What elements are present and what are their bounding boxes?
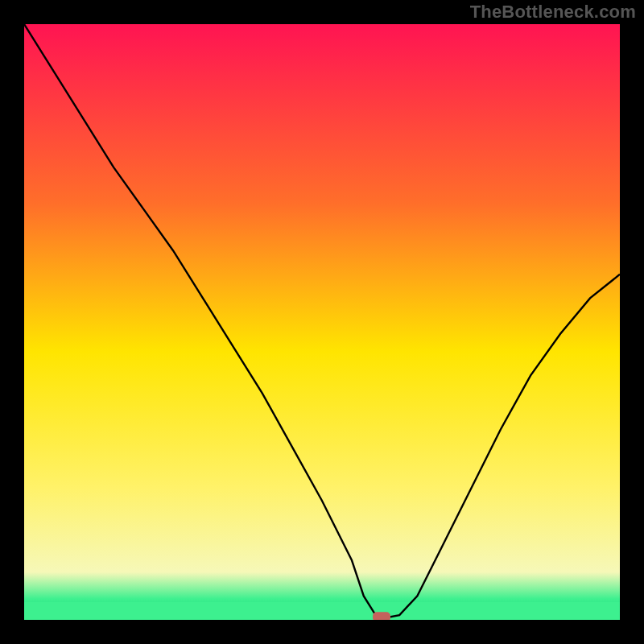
chart-svg bbox=[24, 24, 620, 620]
bottom-green-strip bbox=[24, 602, 620, 620]
gradient-background bbox=[24, 24, 620, 620]
plot-area bbox=[24, 24, 620, 620]
watermark-text: TheBottleneck.com bbox=[470, 2, 636, 23]
optimal-point-marker bbox=[373, 612, 390, 620]
chart-frame: TheBottleneck.com bbox=[0, 0, 644, 644]
